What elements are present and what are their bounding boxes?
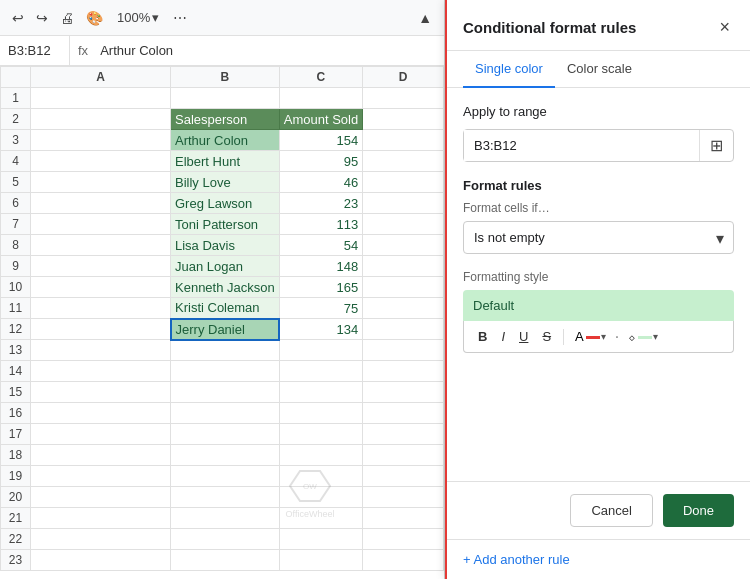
table-row[interactable]: 11Kristi Coleman75 <box>1 298 444 319</box>
cell-c[interactable] <box>279 487 362 508</box>
cell-d[interactable] <box>363 403 444 424</box>
table-row[interactable]: 19 <box>1 466 444 487</box>
cell-d[interactable] <box>363 382 444 403</box>
table-row[interactable]: 12Jerry Daniel134 <box>1 319 444 340</box>
cell-a[interactable] <box>31 277 171 298</box>
more-options-button[interactable]: ⋯ <box>169 6 191 30</box>
cell-d[interactable] <box>363 508 444 529</box>
table-row[interactable]: 18 <box>1 445 444 466</box>
cell-c[interactable] <box>279 361 362 382</box>
cell-d[interactable] <box>363 214 444 235</box>
cell-d[interactable] <box>363 445 444 466</box>
done-button[interactable]: Done <box>663 494 734 527</box>
cell-c[interactable] <box>279 529 362 550</box>
cell-a[interactable] <box>31 151 171 172</box>
cell-d[interactable] <box>363 529 444 550</box>
cell-b[interactable] <box>171 403 280 424</box>
tab-single-color[interactable]: Single color <box>463 51 555 88</box>
cell-b[interactable]: Greg Lawson <box>171 193 280 214</box>
cell-d[interactable] <box>363 340 444 361</box>
cell-a[interactable] <box>31 466 171 487</box>
cell-b[interactable]: Jerry Daniel <box>171 319 280 340</box>
cell-d[interactable] <box>363 193 444 214</box>
cell-a[interactable] <box>31 340 171 361</box>
cell-b[interactable] <box>171 466 280 487</box>
cell-d[interactable] <box>363 151 444 172</box>
table-row[interactable]: 2SalespersonAmount Sold <box>1 109 444 130</box>
cell-c[interactable] <box>279 508 362 529</box>
cell-b[interactable]: Billy Love <box>171 172 280 193</box>
tab-color-scale[interactable]: Color scale <box>555 51 644 88</box>
cell-a[interactable] <box>31 424 171 445</box>
cell-b[interactable] <box>171 550 280 571</box>
cell-b[interactable]: Lisa Davis <box>171 235 280 256</box>
cell-b[interactable]: Juan Logan <box>171 256 280 277</box>
grid-select-icon[interactable]: ⊞ <box>699 130 733 161</box>
table-row[interactable]: 3Arthur Colon154 <box>1 130 444 151</box>
cell-b[interactable] <box>171 424 280 445</box>
cell-d[interactable] <box>363 235 444 256</box>
cell-c[interactable]: 46 <box>279 172 362 193</box>
cell-b[interactable] <box>171 361 280 382</box>
cell-c[interactable]: 54 <box>279 235 362 256</box>
cell-a[interactable] <box>31 235 171 256</box>
zoom-selector[interactable]: 100% ▾ <box>111 8 165 27</box>
cell-d[interactable] <box>363 109 444 130</box>
cell-b[interactable] <box>171 88 280 109</box>
cell-b[interactable] <box>171 529 280 550</box>
cell-d[interactable] <box>363 130 444 151</box>
cell-c[interactable] <box>279 424 362 445</box>
cell-a[interactable] <box>31 88 171 109</box>
cell-c[interactable]: 75 <box>279 298 362 319</box>
cell-b[interactable]: Toni Patterson <box>171 214 280 235</box>
cell-b[interactable] <box>171 382 280 403</box>
col-header-a[interactable]: A <box>31 67 171 88</box>
cell-b[interactable]: Kristi Coleman <box>171 298 280 319</box>
cell-c[interactable] <box>279 88 362 109</box>
range-input[interactable] <box>464 130 699 161</box>
table-row[interactable]: 21 <box>1 508 444 529</box>
cell-c[interactable]: 113 <box>279 214 362 235</box>
cell-c[interactable]: 154 <box>279 130 362 151</box>
fill-color-button[interactable]: ⬦ ▾ <box>625 327 661 346</box>
table-row[interactable]: 10Kenneth Jackson165 <box>1 277 444 298</box>
table-row[interactable]: 8Lisa Davis54 <box>1 235 444 256</box>
table-row[interactable]: 4Elbert Hunt95 <box>1 151 444 172</box>
bold-button[interactable]: B <box>474 327 491 346</box>
cell-a[interactable] <box>31 298 171 319</box>
cell-b[interactable] <box>171 508 280 529</box>
cell-a[interactable] <box>31 172 171 193</box>
table-row[interactable]: 20 <box>1 487 444 508</box>
underline-button[interactable]: U <box>515 327 532 346</box>
cell-c[interactable] <box>279 340 362 361</box>
cell-a[interactable] <box>31 529 171 550</box>
print-button[interactable]: 🖨 <box>56 6 78 30</box>
cell-c[interactable] <box>279 445 362 466</box>
table-row[interactable]: 22 <box>1 529 444 550</box>
cell-d[interactable] <box>363 298 444 319</box>
cell-a[interactable] <box>31 256 171 277</box>
cell-a[interactable] <box>31 508 171 529</box>
table-row[interactable]: 13 <box>1 340 444 361</box>
table-row[interactable]: 23 <box>1 550 444 571</box>
cell-d[interactable] <box>363 466 444 487</box>
cell-d[interactable] <box>363 172 444 193</box>
cell-c[interactable] <box>279 550 362 571</box>
cell-a[interactable] <box>31 361 171 382</box>
paintformat-button[interactable]: 🎨 <box>82 6 107 30</box>
italic-button[interactable]: I <box>497 327 509 346</box>
cell-d[interactable] <box>363 550 444 571</box>
cell-a[interactable] <box>31 550 171 571</box>
cell-b[interactable]: Elbert Hunt <box>171 151 280 172</box>
cell-c[interactable] <box>279 382 362 403</box>
cell-a[interactable] <box>31 130 171 151</box>
cell-b[interactable] <box>171 445 280 466</box>
cell-a[interactable] <box>31 214 171 235</box>
col-header-c[interactable]: C <box>279 67 362 88</box>
undo-button[interactable]: ↩ <box>8 6 28 30</box>
cell-b[interactable]: Kenneth Jackson <box>171 277 280 298</box>
table-row[interactable]: 1 <box>1 88 444 109</box>
cell-d[interactable] <box>363 424 444 445</box>
cell-a[interactable] <box>31 487 171 508</box>
cell-c[interactable]: Amount Sold <box>279 109 362 130</box>
